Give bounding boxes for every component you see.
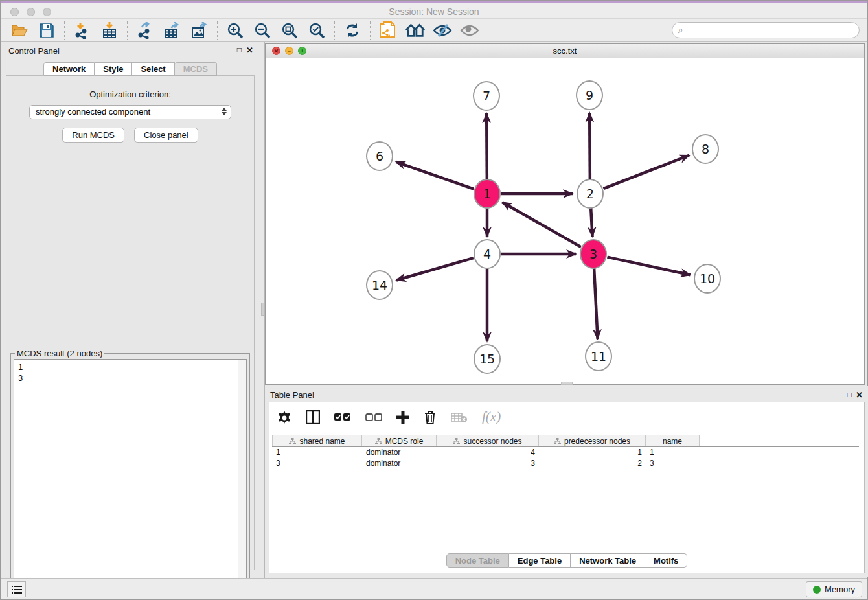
delete-column-trash-icon[interactable] [424, 408, 437, 426]
graph-node-2[interactable]: 2 [577, 179, 604, 209]
delete-table-icon-disabled[interactable] [451, 408, 468, 426]
home-icon[interactable] [405, 21, 425, 40]
column-header-mcds-role[interactable]: MCDS role [362, 435, 437, 446]
new-network-from-selection-icon[interactable] [378, 21, 398, 40]
hide-eye-icon[interactable] [433, 21, 452, 40]
tab-network-table[interactable]: Network Table [571, 553, 645, 568]
tab-network[interactable]: Network [43, 62, 95, 76]
status-bar: Memory [1, 578, 867, 599]
table-tabs: Node Table Edge Table Network Table Moti… [269, 553, 864, 568]
export-image-icon[interactable] [190, 21, 209, 40]
float-panel-icon[interactable]: □ [237, 45, 242, 54]
column-header-successor-nodes[interactable]: successor nodes [437, 435, 539, 446]
cell-predecessor-nodes[interactable]: 1 [539, 447, 646, 458]
run-mcds-button[interactable]: Run MCDS [62, 128, 124, 143]
import-table-icon[interactable] [100, 21, 119, 40]
table-toolbar: f(x) [269, 402, 864, 432]
table-row[interactable]: 3 dominator 3 2 3 [272, 458, 859, 469]
cell-name[interactable]: 1 [646, 447, 700, 458]
search-icon: ⌕ [678, 25, 683, 36]
network-canvas[interactable]: 7968124314101511 [266, 58, 864, 384]
graph-node-10[interactable]: 10 [694, 264, 721, 294]
tab-node-table[interactable]: Node Table [446, 553, 509, 568]
graph-node-9[interactable]: 9 [576, 80, 603, 110]
cell-predecessor-nodes[interactable]: 2 [539, 458, 646, 469]
open-session-icon[interactable] [10, 21, 29, 40]
graph-edge-2-8[interactable] [604, 156, 689, 189]
memory-button[interactable]: Memory [806, 581, 862, 597]
table-panel: Table Panel □ ✕ [265, 386, 868, 577]
save-session-icon[interactable] [37, 21, 56, 40]
tab-style[interactable]: Style [95, 62, 132, 76]
column-header-shared-name[interactable]: shared name [272, 435, 362, 446]
column-header-predecessor-nodes[interactable]: predecessor nodes [539, 435, 646, 446]
optimization-criterion-select[interactable]: strongly connected component [29, 105, 231, 119]
graph-node-3[interactable]: 3 [580, 239, 607, 269]
function-builder-icon-disabled[interactable]: f(x) [482, 408, 501, 426]
cell-successor-nodes[interactable]: 3 [437, 458, 539, 469]
graph-edge-3-10[interactable] [608, 257, 691, 275]
mcds-result-text[interactable]: 1 3 [14, 360, 238, 594]
graph-edge-3-1[interactable] [502, 202, 580, 247]
export-network-icon[interactable] [135, 21, 155, 40]
tab-edge-table[interactable]: Edge Table [509, 553, 571, 568]
deselect-all-icon[interactable] [365, 408, 382, 426]
add-column-icon[interactable] [396, 408, 409, 426]
cell-shared-name[interactable]: 3 [272, 458, 362, 469]
cell-successor-nodes[interactable]: 4 [437, 447, 539, 458]
graph-node-4[interactable]: 4 [474, 239, 501, 269]
close-table-panel-icon[interactable]: ✕ [856, 390, 863, 400]
graph-edge-4-14[interactable] [396, 258, 474, 280]
cell-shared-name[interactable]: 1 [272, 447, 362, 458]
zoom-out-icon[interactable] [253, 21, 272, 40]
toolbar-separator [64, 21, 65, 40]
tab-mcds[interactable]: MCDS [175, 62, 217, 76]
table-panel-header: Table Panel □ ✕ [265, 386, 868, 402]
tab-motifs[interactable]: Motifs [645, 553, 687, 568]
float-table-panel-icon[interactable]: □ [847, 390, 852, 399]
zoom-fit-icon[interactable] [280, 21, 299, 40]
main-toolbar: ⌕ [1, 19, 867, 42]
refresh-icon[interactable] [343, 21, 362, 40]
export-table-icon[interactable] [163, 21, 182, 40]
close-panel-button[interactable]: Close panel [134, 128, 198, 143]
search-input[interactable] [683, 25, 859, 35]
column-header-name[interactable]: name [646, 435, 700, 446]
app-window: Session: New Session [0, 0, 868, 600]
cell-name[interactable]: 3 [646, 458, 700, 469]
graph-node-15[interactable]: 15 [474, 344, 501, 374]
graph-node-14[interactable]: 14 [366, 270, 393, 300]
graph-edge-2-9[interactable] [589, 113, 590, 179]
node-table: shared name MCDS role successor nodes [272, 435, 859, 545]
table-settings-gear-icon[interactable] [277, 408, 291, 426]
toolbar-separator [127, 21, 128, 40]
titlebar: Session: New Session [1, 3, 867, 19]
splitter-handle[interactable] [261, 303, 264, 316]
column-view-icon[interactable] [306, 408, 320, 426]
table-row[interactable]: 1 dominator 4 1 1 [272, 447, 859, 458]
graph-edge-1-7[interactable] [486, 113, 487, 179]
graph-node-1[interactable]: 1 [474, 179, 501, 209]
close-panel-icon[interactable]: ✕ [246, 45, 253, 55]
select-all-icon[interactable] [334, 408, 351, 426]
task-history-button[interactable] [7, 581, 26, 597]
vertical-splitter[interactable] [260, 42, 265, 579]
import-network-icon[interactable] [73, 21, 92, 40]
frame-resize-handle[interactable] [561, 382, 573, 385]
cell-mcds-role[interactable]: dominator [362, 447, 437, 458]
show-eye-icon[interactable] [460, 21, 479, 40]
graph-node-8[interactable]: 8 [692, 134, 719, 164]
graph-edge-3-11[interactable] [594, 268, 598, 339]
tab-select[interactable]: Select [132, 62, 174, 76]
graph-node-6[interactable]: 6 [366, 141, 393, 171]
graph-edge-2-3[interactable] [591, 208, 592, 237]
toolbar-separator [217, 21, 218, 40]
zoom-in-icon[interactable] [225, 21, 245, 40]
graph-node-11[interactable]: 11 [585, 341, 612, 371]
result-scrollbar[interactable] [238, 360, 246, 594]
graph-node-7[interactable]: 7 [473, 81, 500, 111]
hierarchy-icon [453, 438, 460, 444]
graph-edge-1-6[interactable] [396, 162, 474, 189]
zoom-selected-icon[interactable] [307, 21, 326, 40]
cell-mcds-role[interactable]: dominator [362, 458, 437, 469]
